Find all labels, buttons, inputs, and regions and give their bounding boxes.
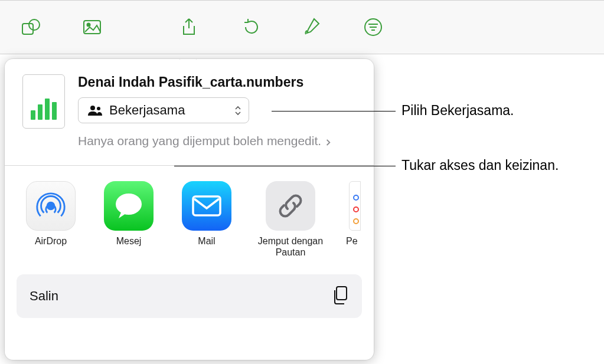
- app-label: Jemput dengan Pautan: [256, 235, 325, 258]
- svg-rect-13: [337, 287, 347, 300]
- permission-label: Hanya orang yang dijemput boleh mengedit…: [78, 134, 321, 147]
- svg-point-1: [29, 19, 40, 30]
- svg-point-3: [87, 24, 90, 27]
- undo-icon[interactable]: [237, 14, 263, 40]
- app-label: Mesej: [116, 235, 142, 247]
- media-icon[interactable]: [79, 14, 105, 40]
- shapes-icon[interactable]: [18, 14, 44, 40]
- chevron-right-icon: [325, 134, 331, 150]
- share-app-mail[interactable]: Mail: [178, 181, 235, 258]
- mail-icon: [182, 181, 231, 231]
- people-icon: [87, 104, 103, 116]
- copy-icon: [331, 285, 349, 307]
- reminders-icon: [349, 181, 361, 231]
- app-label: AirDrop: [35, 235, 67, 247]
- share-app-invite-link[interactable]: Jemput dengan Pautan: [256, 181, 325, 258]
- chevron-updown-icon: [233, 104, 243, 116]
- permission-text[interactable]: Hanya orang yang dijemput boleh mengedit…: [78, 133, 356, 150]
- filter-icon[interactable]: [360, 14, 386, 40]
- svg-point-8: [90, 106, 95, 110]
- callout-collaborate: Pilih Bekerjasama.: [401, 103, 514, 119]
- app-label: Mail: [198, 235, 215, 247]
- share-app-airdrop[interactable]: AirDrop: [22, 181, 79, 258]
- svg-point-9: [97, 107, 100, 110]
- callout-line: [174, 166, 396, 166]
- document-thumbnail-icon: [22, 74, 65, 129]
- share-icon[interactable]: [176, 14, 202, 40]
- svg-point-11: [116, 194, 142, 215]
- copy-action[interactable]: Salin: [17, 274, 362, 318]
- app-label: Pe: [346, 235, 358, 247]
- copy-label: Salin: [30, 288, 58, 304]
- format-brush-icon[interactable]: [299, 14, 325, 40]
- share-app-reminders[interactable]: Pe: [346, 181, 364, 258]
- airdrop-icon: [26, 181, 76, 231]
- toolbar: [0, 0, 604, 54]
- collaborate-dropdown[interactable]: Bekerjasama: [78, 97, 249, 123]
- document-title: Denai Indah Pasifik_carta.numbers: [78, 74, 356, 90]
- callout-permission: Tukar akses dan keizinan.: [401, 158, 559, 173]
- messages-icon: [104, 181, 154, 231]
- collaborate-label: Bekerjasama: [109, 103, 227, 118]
- svg-rect-12: [193, 196, 220, 215]
- share-popover: Denai Indah Pasifik_carta.numbers Bekerj…: [5, 59, 374, 360]
- callout-line: [272, 111, 396, 112]
- share-apps-row: AirDrop Mesej Mail: [5, 166, 374, 264]
- share-app-messages[interactable]: Mesej: [100, 181, 157, 258]
- link-icon: [266, 181, 315, 231]
